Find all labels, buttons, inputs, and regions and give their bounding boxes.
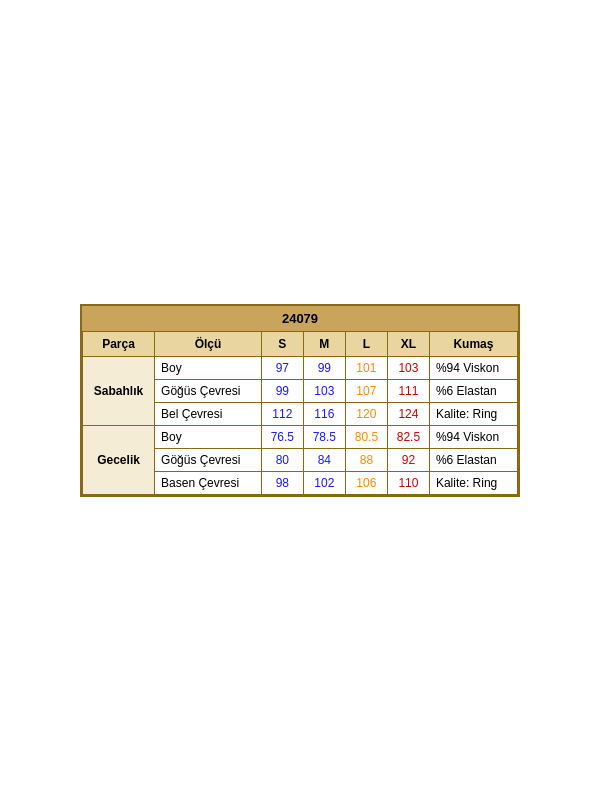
l-cell: 88 <box>345 448 387 471</box>
xl-cell: 110 <box>387 471 429 494</box>
kumas-cell: %6 Elastan <box>429 448 517 471</box>
table-title: 24079 <box>82 306 518 331</box>
olcu-cell: Basen Çevresi <box>155 471 262 494</box>
l-cell: 80.5 <box>345 425 387 448</box>
s-cell: 76.5 <box>261 425 303 448</box>
m-cell: 84 <box>303 448 345 471</box>
kumas-cell: %6 Elastan <box>429 379 517 402</box>
olcu-cell: Göğüs Çevresi <box>155 448 262 471</box>
olcu-cell: Bel Çevresi <box>155 402 262 425</box>
header-row: Parça Ölçü S M L XL Kumaş <box>83 331 518 356</box>
header-m: M <box>303 331 345 356</box>
xl-cell: 92 <box>387 448 429 471</box>
kumas-cell: Kalite: Ring <box>429 471 517 494</box>
kumas-cell: Kalite: Ring <box>429 402 517 425</box>
header-kumas: Kumaş <box>429 331 517 356</box>
xl-cell: 103 <box>387 356 429 379</box>
m-cell: 116 <box>303 402 345 425</box>
kumas-cell: %94 Viskon <box>429 356 517 379</box>
table-row: SabahlıkBoy9799101103%94 Viskon <box>83 356 518 379</box>
xl-cell: 82.5 <box>387 425 429 448</box>
l-cell: 120 <box>345 402 387 425</box>
header-olcu: Ölçü <box>155 331 262 356</box>
s-cell: 80 <box>261 448 303 471</box>
header-xl: XL <box>387 331 429 356</box>
xl-cell: 124 <box>387 402 429 425</box>
olcu-cell: Boy <box>155 425 262 448</box>
header-s: S <box>261 331 303 356</box>
size-table-wrapper: 24079 Parça Ölçü S M L XL Kumaş Sabahlık… <box>80 304 520 497</box>
s-cell: 97 <box>261 356 303 379</box>
l-cell: 106 <box>345 471 387 494</box>
olcu-cell: Boy <box>155 356 262 379</box>
group-label: Sabahlık <box>83 356 155 425</box>
xl-cell: 111 <box>387 379 429 402</box>
m-cell: 102 <box>303 471 345 494</box>
s-cell: 112 <box>261 402 303 425</box>
l-cell: 107 <box>345 379 387 402</box>
m-cell: 99 <box>303 356 345 379</box>
kumas-cell: %94 Viskon <box>429 425 517 448</box>
s-cell: 99 <box>261 379 303 402</box>
m-cell: 103 <box>303 379 345 402</box>
s-cell: 98 <box>261 471 303 494</box>
size-table: Parça Ölçü S M L XL Kumaş SabahlıkBoy979… <box>82 331 518 495</box>
header-l: L <box>345 331 387 356</box>
olcu-cell: Göğüs Çevresi <box>155 379 262 402</box>
m-cell: 78.5 <box>303 425 345 448</box>
table-row: GecelikBoy76.578.580.582.5%94 Viskon <box>83 425 518 448</box>
l-cell: 101 <box>345 356 387 379</box>
header-parca: Parça <box>83 331 155 356</box>
group-label: Gecelik <box>83 425 155 494</box>
